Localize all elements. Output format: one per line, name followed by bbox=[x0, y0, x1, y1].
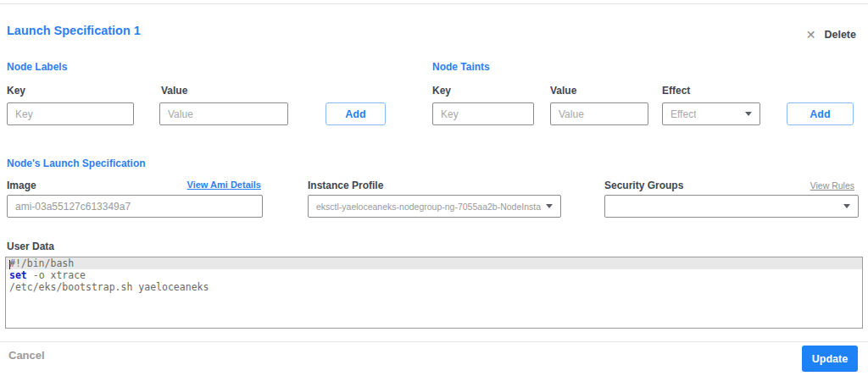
instance-profile-label: Instance Profile bbox=[308, 180, 383, 191]
node-taints-add-button[interactable]: Add bbox=[787, 102, 854, 125]
node-taints-effect-select[interactable]: Effect bbox=[662, 102, 760, 125]
node-taints-effect-label: Effect bbox=[662, 85, 690, 97]
security-groups-label: Security Groups bbox=[604, 180, 683, 191]
user-data-label: User Data bbox=[7, 241, 54, 252]
node-labels-value-input[interactable] bbox=[159, 102, 288, 125]
instance-profile-value: eksctl-yaeloceaneks-nodegroup-ng-7055aa2… bbox=[316, 202, 541, 212]
node-taints-value-input[interactable] bbox=[550, 102, 648, 125]
chevron-down-icon bbox=[546, 204, 553, 208]
code-line: set -o xtrace bbox=[6, 269, 862, 281]
instance-profile-select[interactable]: eksctl-yaeloceaneks-nodegroup-ng-7055aa2… bbox=[308, 195, 561, 218]
page-title: Launch Specification 1 bbox=[7, 24, 141, 37]
chevron-down-icon bbox=[843, 204, 850, 208]
code-line: /etc/eks/bootstrap.sh yaeloceaneks bbox=[6, 281, 862, 293]
top-divider bbox=[0, 3, 868, 4]
node-labels-heading: Node Labels bbox=[7, 61, 67, 73]
node-labels-key-label: Key bbox=[7, 85, 25, 97]
footer-divider bbox=[0, 341, 868, 342]
view-rules-link[interactable]: View Rules bbox=[810, 180, 854, 191]
node-taints-key-input[interactable] bbox=[432, 102, 534, 125]
view-ami-details-link[interactable]: View Ami Details bbox=[187, 180, 261, 190]
launch-spec-heading: Node's Launch Specification bbox=[7, 158, 146, 169]
security-groups-select[interactable] bbox=[604, 195, 859, 218]
chevron-down-icon bbox=[745, 112, 752, 116]
node-labels-add-button[interactable]: Add bbox=[326, 102, 386, 125]
effect-select-placeholder: Effect bbox=[670, 108, 696, 120]
code-line: #!/bin/bash bbox=[6, 257, 862, 269]
image-label: Image bbox=[7, 180, 36, 191]
node-taints-key-label: Key bbox=[432, 85, 451, 97]
delete-button-label: Delete bbox=[824, 29, 856, 41]
node-taints-value-label: Value bbox=[550, 85, 576, 97]
user-data-code-editor[interactable]: #!/bin/bash set -o xtrace /etc/eks/boots… bbox=[5, 257, 863, 329]
close-icon[interactable]: ✕ bbox=[806, 29, 816, 41]
node-labels-key-input[interactable] bbox=[7, 102, 134, 125]
node-labels-value-label: Value bbox=[161, 85, 187, 97]
code-keyword: set bbox=[9, 269, 27, 281]
image-input[interactable] bbox=[7, 195, 263, 218]
cancel-button[interactable]: Cancel bbox=[8, 349, 45, 362]
node-taints-heading: Node Taints bbox=[432, 61, 490, 73]
delete-button[interactable]: ✕ Delete bbox=[806, 29, 856, 41]
launch-specification-panel: Launch Specification 1 ✕ Delete Node Lab… bbox=[0, 0, 868, 376]
update-button[interactable]: Update bbox=[802, 346, 858, 372]
